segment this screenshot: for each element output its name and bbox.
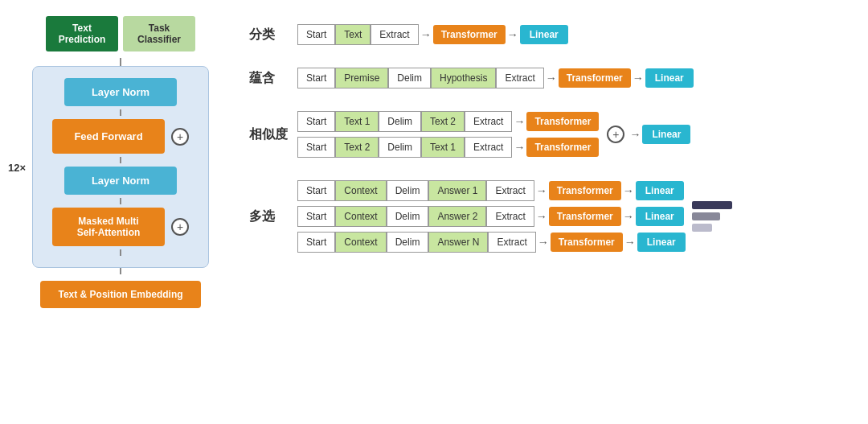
token-delim-s2: Delim	[379, 137, 421, 158]
transformer-mc2: Transformer	[549, 207, 621, 226]
layer-norm-bottom: Layer Norm	[64, 167, 177, 195]
mc-bar-chart	[692, 201, 732, 232]
transformer-box: Transformer	[433, 25, 506, 44]
task-classification: 分类 Start Text Extract → Transformer → Li…	[249, 24, 860, 45]
arrow-l-mc2: →	[623, 210, 634, 223]
arrow-t-s1: →	[514, 115, 525, 128]
token-text2-s1: Text 2	[421, 111, 465, 132]
transformer-s1: Transformer	[526, 112, 599, 131]
linear-mc2: Linear	[636, 207, 684, 226]
seq-classification: Start Text Extract → Transformer → Linea…	[297, 24, 568, 45]
token-extract-s2: Extract	[465, 137, 512, 158]
arrow-t-mc2: →	[536, 210, 547, 223]
feed-forward-box: Feed Forward	[52, 119, 165, 154]
token-text2-s2: Text 2	[335, 137, 379, 158]
sim-rows-container: Start Text 1 Delim Text 2 Extract → Tran…	[297, 111, 599, 158]
token-delim-s1: Delim	[379, 111, 421, 132]
token-start-s2: Start	[297, 137, 335, 158]
main-diagram: Text Prediction Task Classifier 12× Laye…	[0, 0, 868, 424]
text-prediction-box: Text Prediction	[46, 16, 118, 51]
transformer-box-e: Transformer	[559, 68, 631, 88]
token-delim-mc2: Delim	[387, 206, 429, 227]
token-extract: Extract	[371, 24, 418, 45]
seq-mcn: Start Context Delim Answer N Extract → T…	[297, 232, 686, 253]
sim-plus-linear: + → Linear	[604, 125, 690, 144]
token-extract-mc2: Extract	[486, 206, 534, 227]
transformer-mcn: Transformer	[551, 233, 623, 252]
task-multichoice: 多选 Start Context Delim Answer 1 Extract …	[249, 180, 860, 253]
token-context-mc2: Context	[335, 206, 386, 227]
transformer-block-wrapper: 12× Layer Norm Feed Forward + Layer N	[32, 66, 209, 268]
arrow-t-mcn: →	[538, 236, 549, 249]
token-delim-e: Delim	[388, 68, 431, 89]
conn-top	[120, 58, 121, 66]
token-premise: Premise	[335, 68, 388, 89]
token-delim-mcn: Delim	[387, 232, 429, 253]
seq-mc1: Start Context Delim Answer 1 Extract → T…	[297, 180, 686, 201]
token-extract-e: Extract	[496, 68, 543, 89]
mc-bar-2	[692, 212, 720, 220]
transformer-mc1: Transformer	[549, 181, 621, 200]
arrow-l-mcn: →	[624, 236, 636, 249]
linear-box-e: Linear	[645, 68, 694, 88]
task-label-entailment: 蕴含	[249, 70, 289, 87]
transformer-block: Layer Norm Feed Forward + Layer Norm	[32, 66, 209, 268]
token-ans2: Answer 2	[428, 206, 486, 227]
seq-mc2: Start Context Delim Answer 2 Extract → T…	[297, 206, 686, 227]
token-ansn: Answer N	[428, 232, 488, 253]
token-context-mcn: Context	[335, 232, 386, 253]
conn3	[120, 198, 121, 204]
arrow-t-s2: →	[514, 141, 525, 154]
conn2	[120, 157, 121, 163]
task-entailment: 蕴含 Start Premise Delim Hypothesis Extrac…	[249, 68, 860, 89]
conn-bottom	[120, 268, 121, 274]
arrow-to-linear: →	[507, 28, 518, 41]
token-start-mcn: Start	[297, 232, 335, 253]
token-start-mc1: Start	[297, 180, 335, 201]
token-extract-mc1: Extract	[486, 180, 534, 201]
token-text: Text	[335, 24, 371, 45]
ff-row: Feed Forward +	[47, 119, 194, 154]
left-panel: Text Prediction Task Classifier 12× Laye…	[8, 16, 233, 308]
transformer-s2: Transformer	[526, 138, 599, 157]
arrow-to-transformer: →	[420, 28, 432, 41]
task-label-similarity: 相似度	[249, 126, 289, 143]
conn1	[120, 109, 121, 116]
token-start-s1: Start	[297, 111, 335, 132]
seq-sim1: Start Text 1 Delim Text 2 Extract → Tran…	[297, 111, 599, 132]
arrow-t-mc1: →	[536, 184, 547, 197]
linear-box: Linear	[520, 25, 568, 44]
mc-bar-1	[692, 201, 732, 209]
arrow-sim-linear: →	[629, 128, 641, 141]
linear-mcn: Linear	[637, 233, 686, 252]
linear-mc1: Linear	[636, 181, 684, 200]
task-label-mc: 多选	[249, 208, 289, 225]
mc-rows-container: Start Context Delim Answer 1 Extract → T…	[297, 180, 686, 253]
token-ans1: Answer 1	[428, 180, 486, 201]
seq-entailment: Start Premise Delim Hypothesis Extract →…	[297, 68, 694, 89]
attn-row	[47, 198, 194, 204]
linear-sim: Linear	[642, 125, 690, 144]
plus-ff: +	[171, 128, 189, 146]
token-start-mc2: Start	[297, 206, 335, 227]
arrow-to-transformer-e: →	[546, 72, 557, 84]
layer-norm-top: Layer Norm	[64, 78, 177, 106]
plus-attn: +	[171, 218, 189, 236]
token-start: Start	[297, 24, 335, 45]
token-start-e: Start	[297, 68, 335, 89]
token-extract-s1: Extract	[465, 111, 512, 132]
token-hypothesis: Hypothesis	[431, 68, 496, 89]
embedding-box: Text & Position Embedding	[40, 281, 201, 308]
seq-sim2: Start Text 2 Delim Text 1 Extract → Tran…	[297, 137, 599, 158]
plus-ff-side: +	[171, 128, 189, 146]
arrow-l-mc1: →	[623, 184, 634, 197]
attn-plus-row: Masked Multi Self-Attention +	[47, 208, 194, 246]
token-context-mc1: Context	[335, 180, 386, 201]
task-similarity: 相似度 Start Text 1 Delim Text 2 Extract → …	[249, 111, 860, 158]
arrow-to-linear-e: →	[633, 72, 644, 84]
output-boxes: Text Prediction Task Classifier	[46, 16, 195, 51]
mc-bar-3	[692, 224, 712, 232]
task-classifier-box: Task Classifier	[123, 16, 195, 51]
conn4	[120, 249, 121, 256]
right-panel: 分类 Start Text Extract → Transformer → Li…	[233, 16, 860, 264]
